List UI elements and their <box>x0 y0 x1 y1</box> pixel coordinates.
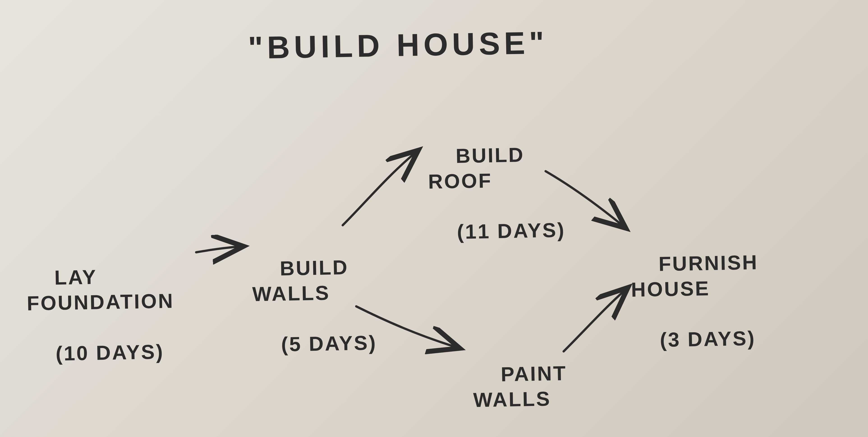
node-duration: (5 DAYS) <box>281 331 377 356</box>
node-label: LAY FOUNDATION <box>27 266 174 315</box>
node-label: PAINT WALLS <box>473 362 567 411</box>
node-build-walls: BUILD WALLS (5 DAYS) <box>251 229 378 383</box>
node-build-roof: BUILD ROOF (11 DAYS) <box>427 116 566 270</box>
node-label: BUILD WALLS <box>252 256 349 305</box>
arrow-foundation-to-walls <box>196 247 239 252</box>
node-lay-foundation: LAY FOUNDATION (10 DAYS) <box>26 237 176 392</box>
node-furnish-house: FURNISH HOUSE (3 DAYS) <box>630 224 760 378</box>
diagram-canvas: "BUILD HOUSE" LAY FOUNDATION (10 DAYS) B… <box>0 0 868 437</box>
node-label: FURNISH HOUSE <box>631 251 758 301</box>
node-paint-walls: PAINT WALLS (2 DAYS) <box>472 335 598 437</box>
node-duration: (11 DAYS) <box>457 219 566 243</box>
node-duration: (10 DAYS) <box>56 340 164 365</box>
node-duration: (3 DAYS) <box>660 327 756 351</box>
diagram-title: "BUILD HOUSE" <box>248 24 549 66</box>
arrow-walls-to-roof <box>343 153 415 225</box>
node-label: BUILD ROOF <box>428 143 525 193</box>
